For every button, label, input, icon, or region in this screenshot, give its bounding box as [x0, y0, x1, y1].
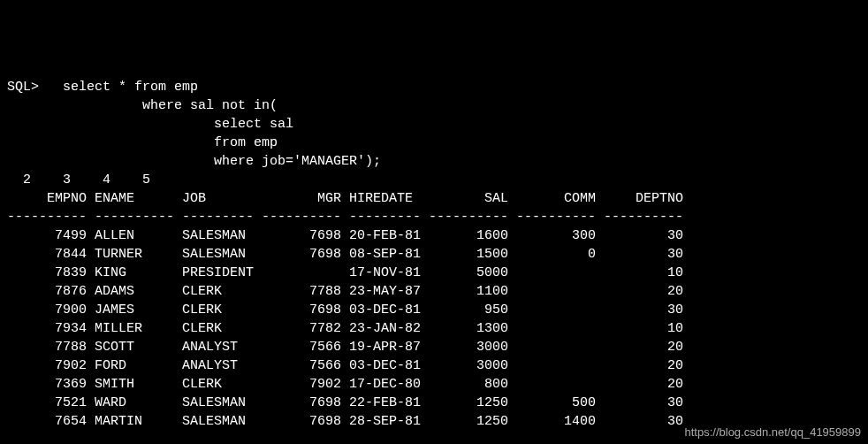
line-numbers: 2 3 4 5 — [7, 172, 150, 188]
query-line-5: where job='MANAGER'); — [7, 154, 381, 169]
watermark: https://blog.csdn.net/qq_41959899 — [685, 425, 862, 440]
query-line-2: where sal not in( — [7, 98, 278, 113]
query-line-4: from emp — [7, 135, 278, 150]
query-line-3: select sal — [7, 117, 293, 132]
header-row: EMPNO ENAME JOB MGR HIREDATE SAL COMM DE… — [7, 191, 683, 206]
terminal-output: SQL> select * from emp where sal not in(… — [0, 74, 868, 444]
query-line-1: select * from emp — [39, 80, 198, 95]
separator: ---------- ---------- --------- --------… — [7, 210, 683, 225]
data-rows: 7499 ALLEN SALESMAN 7698 20-FEB-81 1600 … — [7, 228, 683, 429]
sql-prompt[interactable]: SQL> — [7, 80, 39, 95]
